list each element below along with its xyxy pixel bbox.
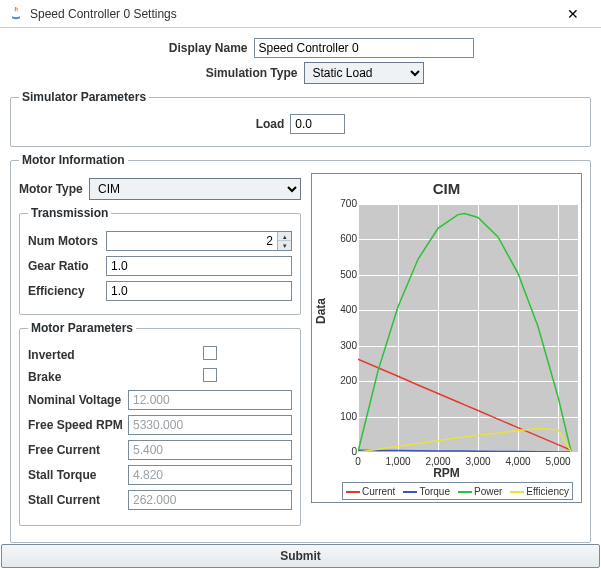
num-motors-spinner[interactable]: ▴ ▾ xyxy=(106,231,292,251)
close-button[interactable]: ✕ xyxy=(553,0,593,28)
gear-ratio-input[interactable] xyxy=(106,256,292,276)
inverted-checkbox[interactable] xyxy=(203,346,217,360)
stall-torque-label: Stall Torque xyxy=(28,468,128,482)
x-tick: 4,000 xyxy=(498,456,538,467)
spinner-down-icon[interactable]: ▾ xyxy=(278,241,291,250)
legend-power: Power xyxy=(474,486,502,497)
load-input[interactable] xyxy=(290,114,345,134)
sim-type-row: Simulation Type Static Load xyxy=(10,62,591,84)
x-tick: 0 xyxy=(338,456,378,467)
stall-current-label: Stall Current xyxy=(28,493,128,507)
y-tick: 400 xyxy=(333,304,357,315)
submit-button[interactable]: Submit xyxy=(1,544,600,568)
motor-parameters-group: Motor Parameters Inverted Brake Nominal … xyxy=(19,321,301,526)
y-tick: 600 xyxy=(333,233,357,244)
x-tick: 3,000 xyxy=(458,456,498,467)
x-tick: 1,000 xyxy=(378,456,418,467)
free-speed-label: Free Speed RPM xyxy=(28,418,128,432)
stall-current-input xyxy=(128,490,292,510)
sim-type-label: Simulation Type xyxy=(178,66,298,80)
nominal-voltage-label: Nominal Voltage xyxy=(28,393,128,407)
submit-label: Submit xyxy=(280,549,321,563)
sim-type-select[interactable]: Static Load xyxy=(304,62,424,84)
display-name-label: Display Name xyxy=(128,41,248,55)
close-icon: ✕ xyxy=(567,6,579,22)
y-tick: 300 xyxy=(333,340,357,351)
free-current-label: Free Current xyxy=(28,443,128,457)
titlebar: Speed Controller 0 Settings ✕ xyxy=(0,0,601,28)
chart-plot-area xyxy=(358,204,578,452)
motor-parameters-legend: Motor Parameters xyxy=(28,321,136,335)
legend-efficiency: Efficiency xyxy=(526,486,569,497)
y-tick: 700 xyxy=(333,198,357,209)
x-tick: 5,000 xyxy=(538,456,578,467)
free-current-input xyxy=(128,440,292,460)
display-name-row: Display Name xyxy=(10,38,591,58)
chart-legend: Current Torque Power Efficiency xyxy=(342,482,573,500)
transmission-group: Transmission Num Motors ▴ ▾ Gear Ratio xyxy=(19,206,301,315)
x-tick: 2,000 xyxy=(418,456,458,467)
motor-type-select[interactable]: CIM xyxy=(89,178,301,200)
motor-type-label: Motor Type xyxy=(19,182,89,196)
nominal-voltage-input xyxy=(128,390,292,410)
chart-y-axis-label: Data xyxy=(314,298,328,324)
legend-current: Current xyxy=(362,486,395,497)
stall-torque-input xyxy=(128,465,292,485)
motor-information-legend: Motor Information xyxy=(19,153,128,167)
simulator-parameters-legend: Simulator Parameters xyxy=(19,90,149,104)
num-motors-input[interactable] xyxy=(107,232,277,250)
y-tick: 200 xyxy=(333,375,357,386)
y-tick: 500 xyxy=(333,269,357,280)
efficiency-input[interactable] xyxy=(106,281,292,301)
chart-x-axis-label: RPM xyxy=(312,466,581,480)
transmission-legend: Transmission xyxy=(28,206,111,220)
chart-title: CIM xyxy=(320,180,573,197)
spinner-up-icon[interactable]: ▴ xyxy=(278,232,291,241)
brake-checkbox[interactable] xyxy=(203,368,217,382)
display-name-input[interactable] xyxy=(254,38,474,58)
y-tick: 100 xyxy=(333,411,357,422)
window-title: Speed Controller 0 Settings xyxy=(30,7,553,21)
simulator-parameters-group: Simulator Parameters Load xyxy=(10,90,591,147)
gear-ratio-label: Gear Ratio xyxy=(28,259,106,273)
legend-torque: Torque xyxy=(419,486,450,497)
motor-information-group: Motor Information Motor Type CIM Transmi… xyxy=(10,153,591,543)
inverted-label: Inverted xyxy=(28,348,128,362)
load-label: Load xyxy=(256,117,285,131)
motor-chart: CIM Data RPM Current Torque Power Effici… xyxy=(311,173,582,503)
num-motors-label: Num Motors xyxy=(28,234,106,248)
free-speed-input xyxy=(128,415,292,435)
java-icon xyxy=(8,6,24,22)
efficiency-label: Efficiency xyxy=(28,284,106,298)
brake-label: Brake xyxy=(28,370,128,384)
